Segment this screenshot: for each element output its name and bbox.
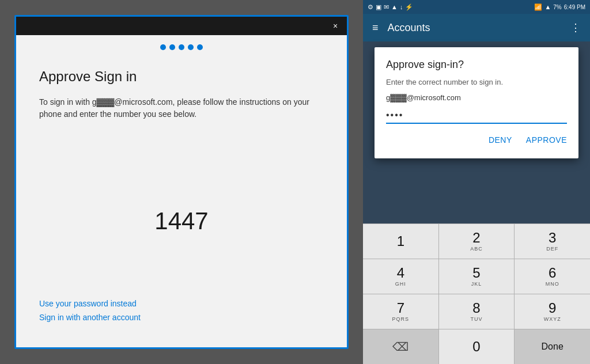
numpad-digit-8: 8 [472, 301, 480, 315]
numpad-key-8[interactable]: 8TUV [439, 294, 515, 329]
numpad-key-3[interactable]: 3DEF [515, 224, 590, 259]
modal-email: g▓▓▓@microsoft.com [386, 93, 567, 102]
deny-button[interactable]: DENY [489, 133, 512, 147]
numpad-key-6[interactable]: 6MNO [515, 259, 590, 294]
numpad-key-done[interactable]: Done [515, 329, 590, 364]
more-options-icon[interactable]: ⋮ [570, 21, 581, 34]
dialog-verification-code: 1447 [39, 143, 324, 299]
numpad: 12ABC3DEF4GHI5JKL6MNO7PQRS8TUV9WXYZ⌫0Don… [363, 223, 590, 364]
dialog-top-dots [16, 35, 347, 55]
numpad-digit-5: 5 [472, 266, 480, 280]
wifi-icon: 📶 [534, 3, 542, 11]
numpad-digit-9: 9 [549, 301, 556, 315]
numpad-key-5[interactable]: 5JKL [439, 259, 515, 294]
android-statusbar: ⚙ ▣ ✉ ▲ ↓ ⚡ 📶 ▲ 7% 6:49 PM [363, 0, 590, 14]
approve-button[interactable]: APPROVE [526, 133, 567, 147]
status-icons-right: 📶 ▲ 7% 6:49 PM [534, 3, 585, 11]
numpad-key-0[interactable]: 0 [439, 329, 515, 364]
numpad-digit-1: 1 [397, 234, 404, 248]
right-panel: ⚙ ▣ ✉ ▲ ↓ ⚡ 📶 ▲ 7% 6:49 PM ≡ Accounts ⋮ … [363, 0, 590, 364]
numpad-letters-8: TUV [471, 316, 483, 322]
dot-1 [160, 44, 166, 50]
message-icon: ✉ [384, 3, 389, 11]
status-time: 6:49 PM [564, 4, 585, 10]
numpad-digit-7: 7 [397, 301, 404, 315]
warning-icon: ▲ [391, 3, 398, 10]
desktop-dialog: × Approve Sign in To sign in with g▓▓▓@m… [14, 15, 349, 349]
numpad-digit-2: 2 [472, 231, 480, 245]
menu-icon[interactable]: ≡ [372, 22, 379, 34]
topbar-title: Accounts [388, 22, 561, 34]
dialog-links: Use your password instead Sign in with a… [39, 299, 324, 333]
android-topbar: ≡ Accounts ⋮ [363, 14, 590, 41]
numpad-key-1[interactable]: 1 [363, 224, 439, 259]
image-icon: ▣ [376, 3, 381, 11]
numpad-key-9[interactable]: 9WXYZ [515, 294, 590, 329]
dot-5 [197, 44, 203, 50]
dialog-title: Approve Sign in [39, 69, 324, 85]
settings-icon: ⚙ [368, 3, 373, 11]
numpad-digit-3: 3 [549, 231, 556, 245]
numpad-digit-0: 0 [472, 340, 480, 354]
numpad-key-7[interactable]: 7PQRS [363, 294, 439, 329]
use-password-link[interactable]: Use your password instead [39, 299, 324, 308]
numpad-letters-2: ABC [470, 246, 483, 252]
dialog-content: Approve Sign in To sign in with g▓▓▓@mic… [16, 55, 347, 347]
backspace-icon: ⌫ [392, 340, 409, 354]
numpad-letters-9: WXYZ [544, 316, 561, 322]
modal-buttons: DENY APPROVE [386, 133, 567, 147]
dot-3 [179, 44, 184, 50]
numpad-letters-3: DEF [546, 246, 558, 252]
numpad-key-backspace[interactable]: ⌫ [363, 329, 439, 364]
numpad-row-2: 7PQRS8TUV9WXYZ [363, 294, 590, 329]
numpad-letters-7: PQRS [392, 316, 410, 322]
dialog-description: To sign in with g▓▓▓@microsoft.com, plea… [39, 96, 324, 120]
numpad-row-1: 4GHI5JKL6MNO [363, 259, 590, 294]
signal-icon: ▲ [544, 3, 551, 10]
dialog-titlebar: × [16, 17, 347, 35]
bluetooth-icon: ⚡ [405, 3, 413, 11]
numpad-letters-5: JKL [471, 281, 482, 287]
modal-subtitle: Enter the correct number to sign in. [386, 78, 567, 86]
numpad-letters-4: GHI [395, 281, 406, 287]
dialog-close-button[interactable]: × [328, 19, 342, 33]
dot-4 [188, 44, 194, 50]
numpad-letters-6: MNO [546, 281, 559, 287]
left-panel: × Approve Sign in To sign in with g▓▓▓@m… [0, 0, 363, 364]
numpad-digit-4: 4 [397, 266, 404, 280]
download-icon: ↓ [400, 3, 403, 10]
numpad-row-3: ⌫0Done [363, 329, 590, 364]
modal-code-input[interactable] [386, 108, 567, 124]
android-main: Approve sign-in? Enter the correct numbe… [363, 41, 590, 223]
sign-another-account-link[interactable]: Sign in with another account [39, 313, 324, 322]
numpad-key-4[interactable]: 4GHI [363, 259, 439, 294]
status-icons-left: ⚙ ▣ ✉ ▲ ↓ ⚡ [368, 3, 413, 11]
numpad-digit-6: 6 [549, 266, 556, 280]
numpad-key-2[interactable]: 2ABC [439, 224, 515, 259]
battery-level: 7% [553, 4, 561, 10]
modal-title: Approve sign-in? [386, 59, 567, 71]
dot-2 [169, 44, 175, 50]
android-modal-dialog: Approve sign-in? Enter the correct numbe… [375, 47, 578, 158]
numpad-row-0: 12ABC3DEF [363, 223, 590, 259]
